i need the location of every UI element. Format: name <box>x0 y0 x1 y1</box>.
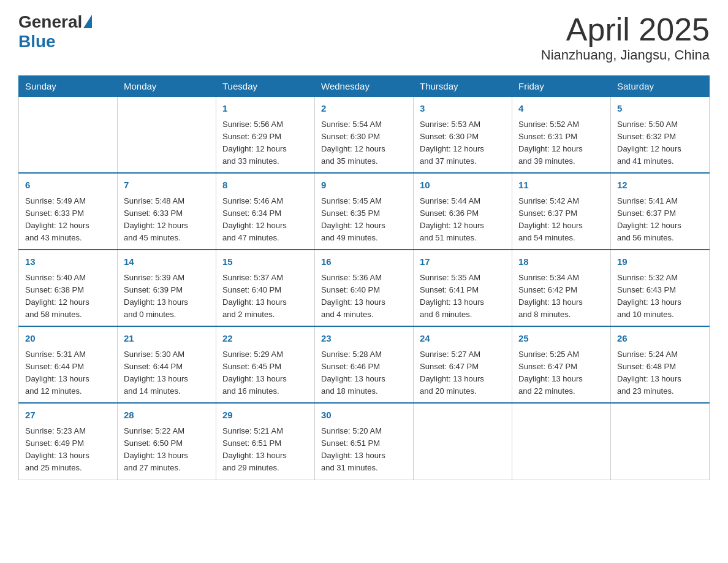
day-number: 21 <box>124 332 210 346</box>
day-info: Sunrise: 5:32 AM Sunset: 6:43 PM Dayligh… <box>617 272 703 321</box>
day-info: Sunrise: 5:24 AM Sunset: 6:48 PM Dayligh… <box>617 348 703 398</box>
calendar-day-cell: 6Sunrise: 5:49 AM Sunset: 6:33 PM Daylig… <box>19 173 118 250</box>
month-title: April 2025 <box>541 12 710 47</box>
day-info: Sunrise: 5:25 AM Sunset: 6:47 PM Dayligh… <box>518 348 604 398</box>
calendar-day-cell: 17Sunrise: 5:35 AM Sunset: 6:41 PM Dayli… <box>414 250 512 326</box>
day-info: Sunrise: 5:49 AM Sunset: 6:33 PM Dayligh… <box>25 195 111 245</box>
day-number: 20 <box>25 332 111 346</box>
calendar-day-cell: 28Sunrise: 5:22 AM Sunset: 6:50 PM Dayli… <box>118 403 216 480</box>
day-number: 10 <box>420 178 506 193</box>
day-number: 26 <box>617 332 703 346</box>
logo-general-text: General <box>18 12 82 32</box>
calendar-day-cell: 20Sunrise: 5:31 AM Sunset: 6:44 PM Dayli… <box>19 326 118 403</box>
day-number: 8 <box>222 178 308 193</box>
location-title: Nianzhuang, Jiangsu, China <box>541 47 710 63</box>
day-info: Sunrise: 5:36 AM Sunset: 6:40 PM Dayligh… <box>321 272 407 321</box>
day-info: Sunrise: 5:22 AM Sunset: 6:50 PM Dayligh… <box>124 425 210 475</box>
day-number: 1 <box>222 102 308 116</box>
day-number: 29 <box>222 408 308 423</box>
calendar-day-cell: 25Sunrise: 5:25 AM Sunset: 6:47 PM Dayli… <box>512 326 611 403</box>
day-number: 23 <box>321 332 407 346</box>
calendar-day-cell <box>19 97 118 174</box>
day-number: 7 <box>124 178 210 193</box>
day-number: 13 <box>25 255 111 269</box>
calendar-day-cell: 26Sunrise: 5:24 AM Sunset: 6:48 PM Dayli… <box>611 326 710 403</box>
day-number: 2 <box>321 102 407 116</box>
day-number: 17 <box>420 255 506 269</box>
day-number: 3 <box>420 102 506 116</box>
day-number: 6 <box>25 178 111 193</box>
weekday-header: Sunday <box>19 76 118 97</box>
calendar-day-cell: 10Sunrise: 5:44 AM Sunset: 6:36 PM Dayli… <box>414 173 512 250</box>
calendar-day-cell <box>414 403 512 480</box>
day-info: Sunrise: 5:21 AM Sunset: 6:51 PM Dayligh… <box>222 425 308 475</box>
calendar-day-cell: 15Sunrise: 5:37 AM Sunset: 6:40 PM Dayli… <box>216 250 315 326</box>
day-number: 18 <box>518 255 604 269</box>
day-number: 19 <box>617 255 703 269</box>
day-info: Sunrise: 5:42 AM Sunset: 6:37 PM Dayligh… <box>518 195 604 245</box>
calendar-week-row: 20Sunrise: 5:31 AM Sunset: 6:44 PM Dayli… <box>19 326 710 403</box>
day-info: Sunrise: 5:53 AM Sunset: 6:30 PM Dayligh… <box>420 118 506 168</box>
calendar-day-cell: 13Sunrise: 5:40 AM Sunset: 6:38 PM Dayli… <box>19 250 118 326</box>
day-info: Sunrise: 5:37 AM Sunset: 6:40 PM Dayligh… <box>222 272 308 321</box>
day-number: 9 <box>321 178 407 193</box>
day-info: Sunrise: 5:40 AM Sunset: 6:38 PM Dayligh… <box>25 272 111 321</box>
calendar-day-cell: 8Sunrise: 5:46 AM Sunset: 6:34 PM Daylig… <box>216 173 315 250</box>
calendar-day-cell: 21Sunrise: 5:30 AM Sunset: 6:44 PM Dayli… <box>118 326 216 403</box>
calendar-day-cell: 16Sunrise: 5:36 AM Sunset: 6:40 PM Dayli… <box>315 250 414 326</box>
weekday-header: Wednesday <box>315 76 414 97</box>
page-header: General Blue April 2025 Nianzhuang, Jian… <box>18 12 710 63</box>
day-info: Sunrise: 5:56 AM Sunset: 6:29 PM Dayligh… <box>222 118 308 168</box>
day-info: Sunrise: 5:23 AM Sunset: 6:49 PM Dayligh… <box>25 425 111 475</box>
calendar-day-cell: 3Sunrise: 5:53 AM Sunset: 6:30 PM Daylig… <box>414 97 512 174</box>
day-info: Sunrise: 5:52 AM Sunset: 6:31 PM Dayligh… <box>518 118 604 168</box>
day-number: 15 <box>222 255 308 269</box>
logo-blue-text: Blue <box>18 32 56 52</box>
day-info: Sunrise: 5:27 AM Sunset: 6:47 PM Dayligh… <box>420 348 506 398</box>
calendar-day-cell: 5Sunrise: 5:50 AM Sunset: 6:32 PM Daylig… <box>611 97 710 174</box>
day-info: Sunrise: 5:31 AM Sunset: 6:44 PM Dayligh… <box>25 348 111 398</box>
calendar-day-cell: 24Sunrise: 5:27 AM Sunset: 6:47 PM Dayli… <box>414 326 512 403</box>
day-info: Sunrise: 5:50 AM Sunset: 6:32 PM Dayligh… <box>617 118 703 168</box>
calendar-day-cell <box>611 403 710 480</box>
day-number: 16 <box>321 255 407 269</box>
day-number: 4 <box>518 102 604 116</box>
day-info: Sunrise: 5:54 AM Sunset: 6:30 PM Dayligh… <box>321 118 407 168</box>
day-info: Sunrise: 5:34 AM Sunset: 6:42 PM Dayligh… <box>518 272 604 321</box>
weekday-header: Thursday <box>414 76 512 97</box>
weekday-header: Tuesday <box>216 76 315 97</box>
day-number: 12 <box>617 178 703 193</box>
calendar-day-cell: 18Sunrise: 5:34 AM Sunset: 6:42 PM Dayli… <box>512 250 611 326</box>
day-number: 14 <box>124 255 210 269</box>
calendar-day-cell <box>512 403 611 480</box>
day-info: Sunrise: 5:35 AM Sunset: 6:41 PM Dayligh… <box>420 272 506 321</box>
calendar-header-row: SundayMondayTuesdayWednesdayThursdayFrid… <box>19 76 710 97</box>
day-info: Sunrise: 5:45 AM Sunset: 6:35 PM Dayligh… <box>321 195 407 245</box>
calendar-week-row: 1Sunrise: 5:56 AM Sunset: 6:29 PM Daylig… <box>19 97 710 174</box>
calendar-day-cell: 9Sunrise: 5:45 AM Sunset: 6:35 PM Daylig… <box>315 173 414 250</box>
day-info: Sunrise: 5:28 AM Sunset: 6:46 PM Dayligh… <box>321 348 407 398</box>
calendar-day-cell: 23Sunrise: 5:28 AM Sunset: 6:46 PM Dayli… <box>315 326 414 403</box>
weekday-header: Monday <box>118 76 216 97</box>
day-info: Sunrise: 5:20 AM Sunset: 6:51 PM Dayligh… <box>321 425 407 475</box>
calendar-day-cell: 12Sunrise: 5:41 AM Sunset: 6:37 PM Dayli… <box>611 173 710 250</box>
logo-triangle-icon <box>83 15 92 28</box>
day-info: Sunrise: 5:41 AM Sunset: 6:37 PM Dayligh… <box>617 195 703 245</box>
logo-text: General <box>18 12 92 32</box>
calendar-table: SundayMondayTuesdayWednesdayThursdayFrid… <box>18 75 710 480</box>
calendar-week-row: 27Sunrise: 5:23 AM Sunset: 6:49 PM Dayli… <box>19 403 710 480</box>
day-info: Sunrise: 5:29 AM Sunset: 6:45 PM Dayligh… <box>222 348 308 398</box>
calendar-day-cell: 22Sunrise: 5:29 AM Sunset: 6:45 PM Dayli… <box>216 326 315 403</box>
calendar-day-cell: 27Sunrise: 5:23 AM Sunset: 6:49 PM Dayli… <box>19 403 118 480</box>
day-info: Sunrise: 5:39 AM Sunset: 6:39 PM Dayligh… <box>124 272 210 321</box>
day-info: Sunrise: 5:46 AM Sunset: 6:34 PM Dayligh… <box>222 195 308 245</box>
calendar-day-cell: 14Sunrise: 5:39 AM Sunset: 6:39 PM Dayli… <box>118 250 216 326</box>
calendar-day-cell: 30Sunrise: 5:20 AM Sunset: 6:51 PM Dayli… <box>315 403 414 480</box>
title-area: April 2025 Nianzhuang, Jiangsu, China <box>541 12 710 63</box>
calendar-day-cell: 4Sunrise: 5:52 AM Sunset: 6:31 PM Daylig… <box>512 97 611 174</box>
day-number: 11 <box>518 178 604 193</box>
day-number: 24 <box>420 332 506 346</box>
day-info: Sunrise: 5:30 AM Sunset: 6:44 PM Dayligh… <box>124 348 210 398</box>
day-number: 30 <box>321 408 407 423</box>
day-info: Sunrise: 5:44 AM Sunset: 6:36 PM Dayligh… <box>420 195 506 245</box>
